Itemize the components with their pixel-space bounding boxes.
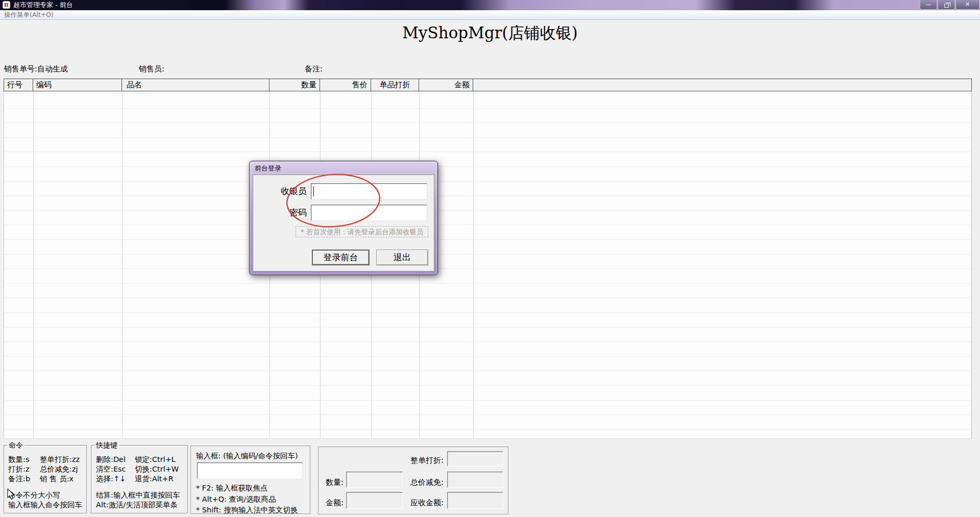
qty-total-field[interactable] (346, 472, 403, 488)
amount-total-field[interactable] (346, 492, 403, 509)
key-select: 选择:↑↓ (96, 474, 126, 484)
key-lock: 锁定:Ctrl+L (135, 455, 176, 464)
cmd-remark: 备注:b (8, 474, 30, 484)
key-switch: 切换:Ctrl+W (135, 464, 179, 474)
password-label: 密码 (276, 207, 307, 218)
key-refund: 退货:Alt+R (135, 474, 174, 484)
close-icon: ✕ (965, 1, 970, 8)
app-icon: π (3, 1, 10, 9)
col-header-amount: 金额 (419, 79, 473, 91)
col-header-blank (473, 79, 971, 91)
minimize-icon: — (926, 1, 932, 8)
info-row: 销售单号:自动生成 销售员: 备注: (0, 64, 980, 73)
col-header-name: 品名 (122, 79, 270, 91)
cmd-qty: 数量:s (8, 455, 29, 464)
restore-icon (944, 4, 949, 8)
cmd-salesperson: 销 售 员:x (40, 474, 74, 484)
close-button[interactable]: ✕ (955, 0, 979, 10)
col-header-code: 编码 (33, 79, 122, 91)
code-command-input[interactable] (197, 462, 303, 479)
window-controls: — ✕ (919, 0, 979, 10)
table-grid-line (473, 91, 474, 438)
table-grid-line (33, 91, 34, 438)
entry-label: 输入框: (输入编码/命令按回车) (196, 451, 298, 461)
sales-table-header: 行号 编码 品名 数量 售价 单品打折 金额 (4, 79, 972, 91)
cashier-label: 收银员 (276, 185, 307, 197)
totals-panel: 整单打折: 数量: 总价减免: 金额: 应收金额: (318, 447, 508, 514)
entry-panel: 输入框: (输入编码/命令按回车) * F2: 输入框获取焦点 * Alt+Q:… (190, 446, 310, 514)
window-titlebar: π 超市管理专家 - 前台 — ✕ (0, 0, 980, 10)
entry-note-f2: * F2: 输入框获取焦点 (196, 483, 267, 493)
exit-button[interactable]: 退出 (376, 250, 428, 265)
restore-button[interactable] (938, 0, 955, 10)
login-button[interactable]: 登录前台 (312, 250, 370, 265)
receivable-label: 应收金额: (398, 498, 444, 508)
sales-table-body (4, 91, 972, 439)
total-minus-field[interactable] (447, 472, 503, 488)
menu-bar: 操作菜单(Alt+O) (0, 10, 980, 20)
menu-item-operate[interactable]: 操作菜单(Alt+O) (4, 10, 54, 20)
salesperson-label: 销售员: (139, 64, 164, 74)
whole-discount-field[interactable] (447, 451, 503, 466)
col-header-discount: 单品打折 (371, 79, 419, 91)
login-dialog-title: 前台登录 (255, 164, 281, 173)
key-settle: 结算:输入框中直接按回车 (96, 490, 180, 500)
receivable-field[interactable] (447, 492, 503, 509)
login-dialog: 前台登录 收银员 密码 * 若首次使用：请先登录后台添加收银员 登录前台 退出 (249, 161, 438, 275)
key-alt: Alt:激活/失活顶部菜单条 (96, 500, 178, 510)
mouse-cursor-icon (7, 488, 17, 501)
password-input[interactable] (311, 205, 427, 221)
cmd-discount: 打折:z (8, 464, 30, 474)
cmd-note-enter: 输入框输入命令按回车 (8, 500, 82, 510)
remark-label: 备注: (305, 64, 323, 74)
cashier-input[interactable] (311, 183, 427, 200)
shortcuts-panel: 快捷键 删除:Del 锁定:Ctrl+L 清空:Esc 切换:Ctrl+W 选择… (91, 445, 188, 513)
minimize-button[interactable]: — (920, 0, 937, 10)
cmd-total-minus: 总价减免:zj (40, 464, 78, 474)
col-header-qty: 数量 (270, 79, 320, 91)
text-caret (313, 186, 314, 196)
amount-total-label: 金额: (318, 498, 344, 508)
commands-panel: 命令 数量:s 整单打折:zz 打折:z 总价减免:zj 备注:b 销 售 员:… (4, 445, 87, 513)
shortcuts-panel-legend: 快捷键 (94, 441, 119, 450)
cmd-whole-discount: 整单打折:zz (40, 455, 80, 464)
page-title: MyShopMgr(店铺收银) (0, 22, 980, 44)
sale-no-label: 销售单号:自动生成 (4, 64, 68, 74)
whole-discount-label: 整单打折: (398, 456, 444, 465)
qty-total-label: 数量: (318, 478, 344, 487)
exit-button-label: 退出 (377, 250, 428, 265)
first-use-hint: * 若首次使用：请先登录后台添加收银员 (296, 226, 428, 237)
key-delete: 删除:Del (96, 455, 126, 464)
login-button-label: 登录前台 (313, 251, 369, 264)
app-window: π 超市管理专家 - 前台 — ✕ 操作菜单(Alt+O) MyShopMgr(… (0, 0, 980, 517)
window-title: 超市管理专家 - 前台 (13, 0, 73, 10)
entry-note-shift: * Shift: 搜狗输入法中英文切换 (196, 505, 298, 515)
table-grid-line (122, 91, 122, 438)
total-minus-label: 总价减免: (398, 478, 444, 487)
col-header-lineno: 行号 (4, 79, 33, 91)
col-header-price: 售价 (320, 79, 371, 91)
commands-panel-legend: 命令 (7, 441, 24, 450)
entry-note-altq: * Alt+Q: 查询/选取商品 (196, 495, 276, 504)
key-clear: 清空:Esc (96, 464, 126, 474)
